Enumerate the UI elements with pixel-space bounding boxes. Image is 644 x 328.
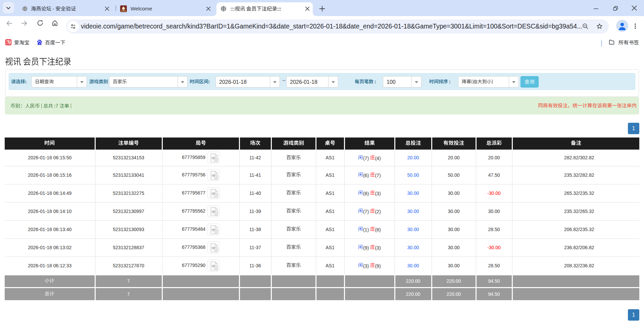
- svg-text:du: du: [39, 43, 41, 45]
